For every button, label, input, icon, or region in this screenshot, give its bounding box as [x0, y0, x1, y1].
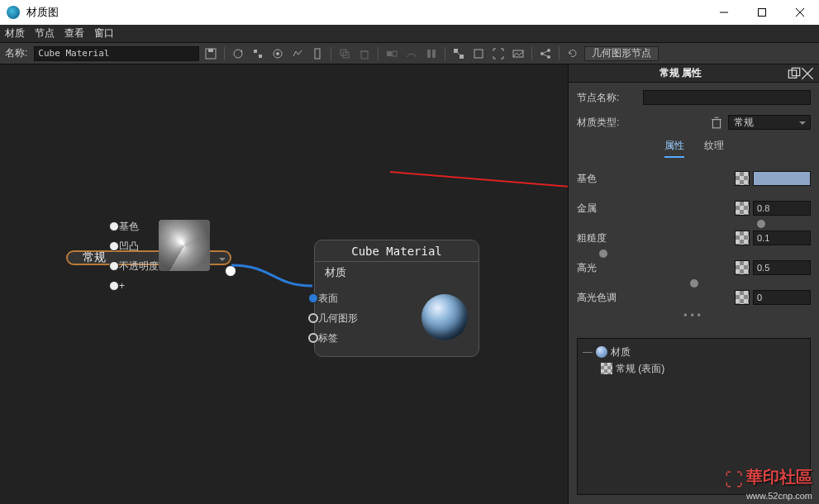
share-icon[interactable] [537, 46, 554, 61]
tool-icon-8[interactable] [423, 46, 440, 61]
svg-point-27 [547, 55, 550, 59]
node-material-preview [419, 292, 470, 343]
refresh-icon[interactable] [230, 46, 246, 61]
port-geometry[interactable]: 几何图形 [315, 308, 419, 328]
svg-point-26 [540, 52, 544, 55]
save-icon[interactable] [202, 46, 219, 61]
tree-child[interactable]: 常规 (表面) [583, 360, 805, 377]
svg-rect-5 [208, 49, 213, 52]
tool-icon-4[interactable] [289, 46, 306, 61]
svg-point-25 [547, 49, 550, 52]
tool-icon-5[interactable] [309, 46, 326, 61]
delete-icon[interactable] [356, 46, 373, 61]
node-name-input[interactable] [643, 90, 811, 105]
panel-popout-icon[interactable] [788, 67, 801, 80]
tool-icon-2[interactable] [250, 46, 266, 61]
minimize-button[interactable] [705, 0, 743, 25]
app-icon [7, 6, 20, 19]
maximize-button[interactable] [743, 0, 781, 25]
prop-rough-input[interactable] [753, 231, 811, 245]
tool-icon-3[interactable] [269, 46, 286, 61]
svg-rect-20 [454, 49, 458, 53]
svg-line-22 [458, 53, 459, 55]
svg-rect-1 [759, 9, 766, 17]
window-title: 材质图 [26, 5, 705, 20]
prop-base-label: 基色 [577, 172, 635, 186]
prop-spectint-texture[interactable] [735, 290, 750, 305]
name-label: 名称: [5, 46, 27, 60]
svg-point-10 [276, 52, 279, 55]
tool-icon-11[interactable] [510, 46, 526, 61]
copy-icon[interactable] [336, 46, 353, 61]
menubar: 材质 节点 查看 窗口 [0, 25, 819, 43]
svg-rect-16 [387, 51, 392, 56]
svg-rect-18 [427, 50, 431, 58]
properties-panel: 常规 属性 节点名称: 材质类型: 常规 属性 纹理 基色 [568, 64, 819, 504]
port-label[interactable]: 标签 [315, 328, 419, 348]
port-bump[interactable]: 凹凸 [116, 236, 159, 256]
svg-rect-7 [254, 50, 257, 53]
prop-base-texture[interactable] [735, 171, 750, 186]
node-generic-preview [159, 220, 210, 271]
svg-rect-19 [432, 50, 436, 58]
svg-rect-36 [712, 120, 720, 128]
menu-node[interactable]: 节点 [35, 26, 55, 40]
prop-spec-texture[interactable] [735, 260, 750, 275]
prop-rough-slider[interactable] [599, 250, 607, 258]
prop-spec-slider[interactable] [690, 279, 698, 288]
material-type-select[interactable]: 常规 [728, 115, 811, 130]
close-button[interactable] [781, 0, 819, 25]
svg-rect-14 [361, 51, 368, 59]
menu-material[interactable]: 材质 [5, 26, 25, 40]
prop-metal-input[interactable] [753, 201, 811, 216]
titlebar: 材质图 [0, 0, 819, 25]
name-input[interactable] [34, 46, 199, 61]
prop-rough-label: 粗糙度 [577, 231, 635, 245]
tool-icon-7[interactable] [403, 46, 420, 61]
refresh-icon-2[interactable] [564, 46, 581, 61]
more-indicator[interactable]: ••• [577, 310, 811, 321]
tab-textures[interactable]: 纹理 [704, 139, 724, 158]
prop-spectint-input[interactable] [753, 290, 811, 305]
tool-icon-9[interactable] [450, 46, 467, 61]
fullscreen-icon[interactable] [490, 46, 507, 61]
port-surface[interactable]: 表面 [315, 288, 419, 308]
prop-base-color[interactable] [753, 171, 811, 186]
panel-close-icon[interactable] [801, 67, 814, 80]
node-material-header: Cube Material [315, 240, 479, 262]
prop-metal-texture[interactable] [735, 201, 750, 216]
node-wire [0, 64, 568, 502]
svg-rect-8 [259, 55, 262, 58]
port-base-color[interactable]: 基色 [116, 216, 159, 236]
geometry-node-button[interactable]: 几何图形节点 [584, 46, 659, 61]
svg-line-28 [544, 51, 547, 53]
toolbar: 名称: 几何图形节点 [0, 43, 819, 64]
prop-spec-label: 高光 [577, 261, 635, 275]
trash-icon[interactable] [710, 116, 723, 129]
annotation-arrow [0, 64, 568, 502]
tool-icon-10[interactable] [470, 46, 487, 61]
prop-rough-texture[interactable] [735, 231, 750, 245]
port-opacity[interactable]: 不透明度 [116, 256, 159, 276]
port-add[interactable]: + [116, 276, 159, 296]
tree-root[interactable]: — 材质 [583, 344, 805, 360]
watermark: ⛶華印社區 www.52cnp.com [725, 466, 812, 501]
node-generic[interactable]: 常规 基色 凹凸 不透明度 + [66, 250, 231, 265]
prop-metal-slider[interactable] [757, 220, 765, 228]
node-generic-output[interactable] [225, 265, 236, 277]
svg-rect-24 [513, 50, 523, 57]
window-buttons [705, 0, 819, 25]
checker-icon [601, 363, 612, 374]
svg-line-29 [544, 55, 547, 56]
menu-window[interactable]: 窗口 [94, 26, 114, 40]
menu-view[interactable]: 查看 [64, 26, 84, 40]
node-canvas[interactable]: 常规 基色 凹凸 不透明度 + Cube Material 材质 表面 几何图形 [0, 64, 568, 504]
tool-icon-6[interactable] [383, 46, 400, 61]
prop-spec-input[interactable] [753, 260, 811, 275]
node-material-title: 材质 [315, 262, 479, 283]
tab-attributes[interactable]: 属性 [664, 139, 684, 158]
node-material[interactable]: Cube Material 材质 表面 几何图形 标签 [314, 240, 479, 357]
prop-metal-label: 金属 [577, 202, 635, 216]
svg-rect-21 [459, 55, 464, 59]
svg-rect-11 [315, 49, 320, 59]
